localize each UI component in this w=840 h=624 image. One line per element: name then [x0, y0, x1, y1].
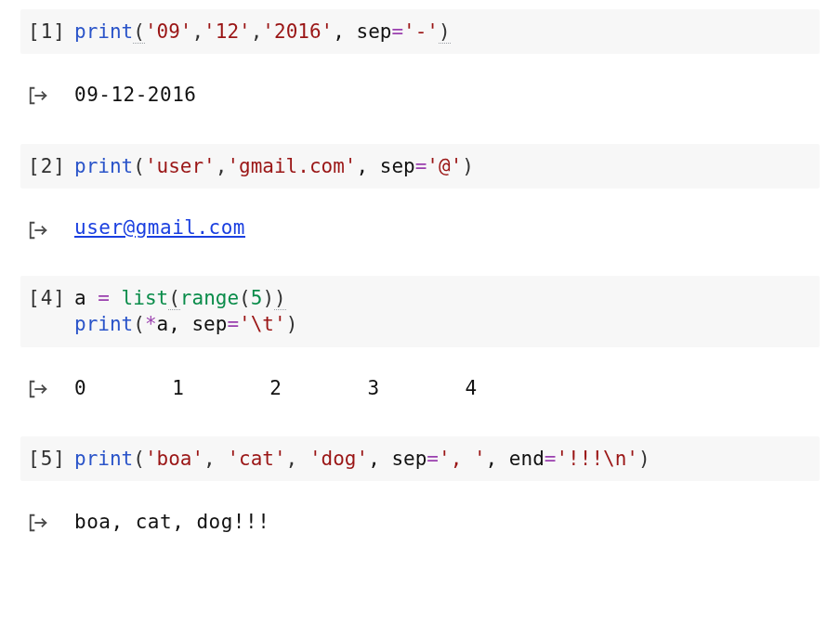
code-content[interactable]: print('boa', 'cat', 'dog', sep=', ', end… — [74, 446, 650, 472]
code-cell-input[interactable]: [1]print('09','12','2016', sep='-') — [20, 9, 820, 54]
code-cell-input[interactable]: [2]print('user','gmail.com', sep='@') — [20, 144, 820, 188]
code-cell-output: boa, cat, dog!!! — [20, 500, 820, 544]
input-prompt: [2] — [28, 153, 74, 177]
code-cell-output: 0 1 2 3 4 — [20, 366, 820, 410]
code-content[interactable]: print('user','gmail.com', sep='@') — [74, 153, 474, 179]
input-prompt: [4] — [28, 285, 74, 309]
output-icon — [28, 375, 74, 399]
notebook-cell: [1]print('09','12','2016', sep='-')09-12… — [20, 9, 820, 136]
input-prompt: [1] — [28, 19, 74, 43]
output-icon — [28, 216, 74, 240]
notebook-cell: [5]print('boa', 'cat', 'dog', sep=', ', … — [20, 436, 820, 564]
code-cell-input[interactable]: [4]a = list(range(5)) print(*a, sep='\t'… — [20, 276, 820, 347]
code-cell-output: user@gmail.com — [20, 207, 820, 250]
code-cell-input[interactable]: [5]print('boa', 'cat', 'dog', sep=', ', … — [20, 436, 820, 481]
input-prompt: [5] — [28, 446, 74, 470]
output-link[interactable]: user@gmail.com — [74, 216, 245, 239]
notebook-cells: [1]print('09','12','2016', sep='-')09-12… — [20, 9, 820, 564]
output-text: boa, cat, dog!!! — [74, 509, 269, 535]
code-cell-output: 09-12-2016 — [20, 72, 820, 117]
notebook-cell: [2]print('user','gmail.com', sep='@')use… — [20, 144, 820, 268]
output-text: 09-12-2016 — [74, 82, 196, 108]
output-icon — [28, 509, 74, 533]
notebook-cell: [4]a = list(range(5)) print(*a, sep='\t'… — [20, 276, 820, 429]
output-icon — [28, 82, 74, 106]
output-text: 0 1 2 3 4 — [74, 375, 478, 401]
code-content[interactable]: print('09','12','2016', sep='-') — [74, 19, 451, 45]
code-content[interactable]: a = list(range(5)) print(*a, sep='\t') — [74, 285, 297, 338]
